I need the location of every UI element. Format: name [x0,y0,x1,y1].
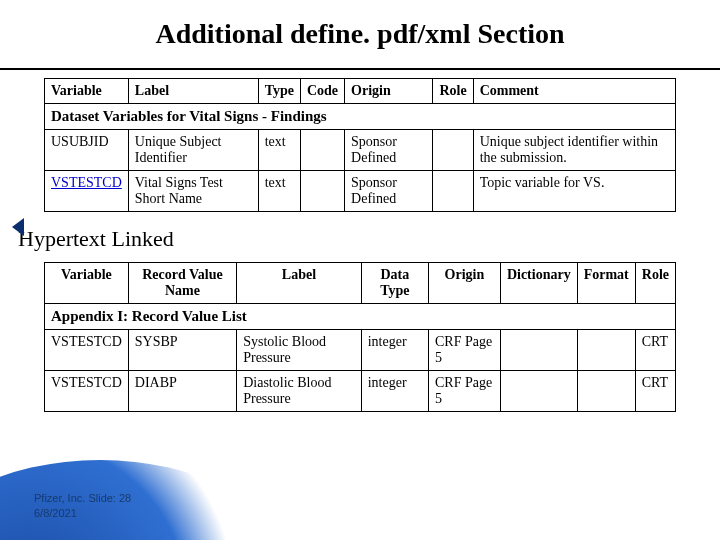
col-role: Role [433,79,473,104]
cell-origin: Sponsor Defined [345,130,433,171]
cell-role: CRT [635,371,675,412]
cell-data-type: integer [361,330,428,371]
col-comment: Comment [473,79,675,104]
col-variable: Variable [45,263,129,304]
cell-dictionary [500,330,577,371]
cell-label: Systolic Blood Pressure [237,330,361,371]
cell-label: Diastolic Blood Pressure [237,371,361,412]
cell-role [433,171,473,212]
col-type: Type [258,79,300,104]
cell-role: CRT [635,330,675,371]
cell-code [300,130,344,171]
table1-header-row: Variable Label Type Code Origin Role Com… [45,79,676,104]
cell-origin: Sponsor Defined [345,171,433,212]
cell-variable-link[interactable]: VSTESTCD [45,171,129,212]
cell-comment: Topic variable for VS. [473,171,675,212]
table2-header-row: Variable Record Value Name Label Data Ty… [45,263,676,304]
slide-title: Additional define. pdf/xml Section [0,0,720,60]
table2-section: Appendix I: Record Value List Variable R… [0,262,720,412]
slide-footer: Pfizer, Inc. Slide: 28 6/8/2021 [34,491,131,520]
cell-record-value: DIABP [128,371,236,412]
col-role: Role [635,263,675,304]
col-dictionary: Dictionary [500,263,577,304]
cell-data-type: integer [361,371,428,412]
cell-variable: VSTESTCD [45,330,129,371]
col-data-type: Data Type [361,263,428,304]
table-row: VSTESTCD SYSBP Systolic Blood Pressure i… [45,330,676,371]
col-code: Code [300,79,344,104]
col-label: Label [128,79,258,104]
cell-record-value: SYSBP [128,330,236,371]
col-origin: Origin [345,79,433,104]
cell-origin: CRF Page 5 [428,371,500,412]
cell-label: Vital Signs Test Short Name [128,171,258,212]
table-row: USUBJID Unique Subject Identifier text S… [45,130,676,171]
col-format: Format [577,263,635,304]
cell-format [577,371,635,412]
link-arrow-icon [12,218,24,236]
cell-type: text [258,130,300,171]
col-origin: Origin [428,263,500,304]
footer-line1: Pfizer, Inc. Slide: 28 [34,491,131,505]
table1-caption: Dataset Variables for Vital Signs - Find… [45,104,676,130]
cell-dictionary [500,371,577,412]
col-record-value: Record Value Name [128,263,236,304]
dataset-variables-table: Dataset Variables for Vital Signs - Find… [44,78,676,212]
cell-type: text [258,171,300,212]
cell-label: Unique Subject Identifier [128,130,258,171]
cell-role [433,130,473,171]
table-row: VSTESTCD DIABP Diastolic Blood Pressure … [45,371,676,412]
horizontal-divider [0,68,720,70]
col-label: Label [237,263,361,304]
cell-code [300,171,344,212]
table2-caption: Appendix I: Record Value List [45,304,676,330]
cell-origin: CRF Page 5 [428,330,500,371]
cell-comment: Unique subject identifier within the sub… [473,130,675,171]
col-variable: Variable [45,79,129,104]
footer-line2: 6/8/2021 [34,506,131,520]
record-value-list-table: Appendix I: Record Value List Variable R… [44,262,676,412]
cell-variable: USUBJID [45,130,129,171]
table1-section: Dataset Variables for Vital Signs - Find… [0,78,720,212]
hypertext-subhead: Hypertext Linked [0,212,720,254]
cell-variable: VSTESTCD [45,371,129,412]
table-row: VSTESTCD Vital Signs Test Short Name tex… [45,171,676,212]
cell-format [577,330,635,371]
